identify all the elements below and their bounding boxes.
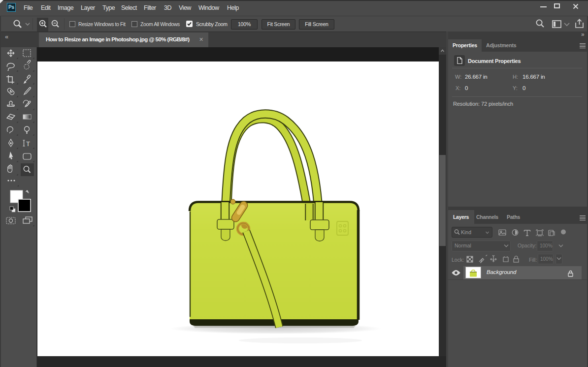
svg-text:T: T — [26, 140, 30, 148]
